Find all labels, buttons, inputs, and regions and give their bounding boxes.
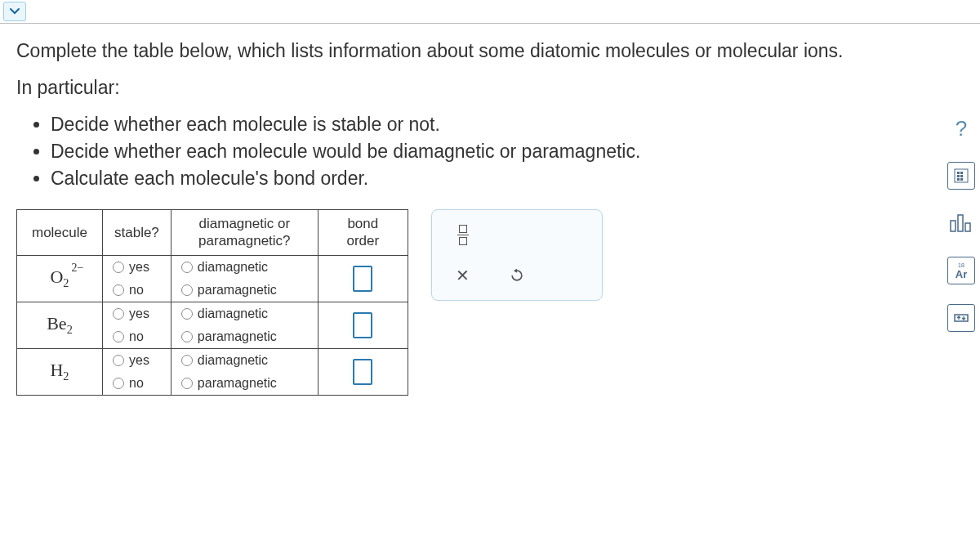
radio-icon <box>181 284 193 296</box>
radio-label: diamagnetic <box>198 307 268 321</box>
col-bond-order: bond order <box>318 210 408 256</box>
radio-stable-no[interactable]: no <box>103 325 171 348</box>
bond-order-input[interactable] <box>353 266 372 292</box>
radio-label: paramagnetic <box>198 376 277 391</box>
bond-order-cell <box>318 348 408 395</box>
radio-label: paramagnetic <box>198 283 277 298</box>
radio-icon <box>181 308 193 320</box>
radio-stable-yes[interactable]: yes <box>103 302 171 325</box>
svg-rect-4 <box>960 175 963 177</box>
svg-rect-5 <box>957 178 960 181</box>
grid-icon <box>954 168 969 183</box>
radio-stable-no[interactable]: no <box>103 372 171 395</box>
svg-rect-9 <box>965 223 970 231</box>
bar-chart-icon <box>950 214 973 232</box>
bond-order-input[interactable] <box>353 359 372 385</box>
col-stable: stable? <box>103 210 172 256</box>
fraction-icon <box>457 225 469 245</box>
table-row: H2 yes no diamagnetic paramagnetic <box>17 348 408 395</box>
prompt-line-2: In particular: <box>16 75 882 101</box>
orbital-icon <box>953 310 969 326</box>
radio-paramagnetic[interactable]: paramagnetic <box>172 325 318 348</box>
radio-paramagnetic[interactable]: paramagnetic <box>172 279 318 302</box>
clear-tool[interactable]: ✕ <box>440 259 486 292</box>
fraction-tool[interactable] <box>440 218 486 251</box>
radio-label: no <box>129 283 144 298</box>
element-symbol: Ar <box>956 269 967 280</box>
radio-icon <box>181 331 193 342</box>
radio-diamagnetic[interactable]: diamagnetic <box>172 349 318 372</box>
col-molecule: molecule <box>17 210 103 256</box>
molecule-formula: O22− <box>17 255 103 302</box>
molecule-formula: Be2 <box>17 302 103 348</box>
stable-cell: yes no <box>103 348 172 395</box>
question-text: Complete the table below, which lists in… <box>0 24 898 191</box>
question-mark-icon: ? <box>956 116 967 141</box>
right-sidebar: ? 18 Ar <box>947 114 975 332</box>
element-number: 18 <box>958 262 964 268</box>
radio-label: no <box>129 329 144 344</box>
radio-stable-yes[interactable]: yes <box>103 349 171 372</box>
svg-rect-10 <box>955 315 968 321</box>
stable-cell: yes no <box>103 302 172 348</box>
col-magnetism: diamagnetic or paramagnetic? <box>171 210 318 256</box>
radio-icon <box>113 284 124 296</box>
radio-icon <box>113 355 124 366</box>
svg-rect-2 <box>960 172 963 174</box>
radio-label: diamagnetic <box>198 260 268 275</box>
magnetism-cell: diamagnetic paramagnetic <box>171 255 318 302</box>
reset-tool[interactable] <box>494 259 540 292</box>
collapse-button[interactable] <box>3 2 26 21</box>
radio-label: yes <box>129 353 149 368</box>
magnetism-cell: diamagnetic paramagnetic <box>171 348 318 395</box>
prompt-line-1: Complete the table below, which lists in… <box>16 38 882 64</box>
radio-label: no <box>129 376 144 391</box>
radio-label: yes <box>129 307 149 321</box>
instruction-item: Decide whether each molecule is stable o… <box>51 112 882 137</box>
bond-order-cell <box>318 302 408 348</box>
bond-order-input[interactable] <box>353 312 372 338</box>
radio-stable-no[interactable]: no <box>103 279 171 302</box>
radio-stable-yes[interactable]: yes <box>103 256 171 279</box>
table-row: O22− yes no diamagnetic paramagnetic <box>17 255 408 302</box>
radio-icon <box>113 262 124 273</box>
radio-diamagnetic[interactable]: diamagnetic <box>172 256 318 279</box>
radio-paramagnetic[interactable]: paramagnetic <box>172 372 318 395</box>
svg-rect-7 <box>951 221 956 231</box>
magnetism-cell: diamagnetic paramagnetic <box>171 302 318 348</box>
workspace: molecule stable? diamagnetic or paramagn… <box>0 209 980 396</box>
radio-icon <box>113 331 124 342</box>
radio-icon <box>181 355 193 366</box>
molecule-table: molecule stable? diamagnetic or paramagn… <box>16 209 408 396</box>
bond-order-cell <box>318 255 408 302</box>
radio-label: diamagnetic <box>198 353 268 368</box>
radio-diamagnetic[interactable]: diamagnetic <box>172 302 318 325</box>
svg-rect-1 <box>957 172 960 174</box>
svg-rect-6 <box>960 178 963 181</box>
radio-icon <box>181 262 193 273</box>
input-toolbox: ✕ <box>431 209 603 301</box>
radio-label: yes <box>129 260 149 275</box>
undo-icon <box>509 267 525 284</box>
svg-rect-8 <box>958 215 963 231</box>
grid-tool-button[interactable] <box>947 162 975 190</box>
radio-label: paramagnetic <box>198 329 277 344</box>
help-button[interactable]: ? <box>947 114 975 142</box>
radio-icon <box>113 308 124 320</box>
stable-cell: yes no <box>103 255 172 302</box>
svg-rect-3 <box>957 175 960 177</box>
instruction-item: Calculate each molecule's bond order. <box>51 166 882 191</box>
instruction-item: Decide whether each molecule would be di… <box>51 139 882 164</box>
table-row: Be2 yes no diamagnetic paramagnetic <box>17 302 408 348</box>
radio-icon <box>113 378 124 389</box>
chevron-down-icon <box>9 6 20 17</box>
molecule-formula: H2 <box>17 348 103 395</box>
electron-config-button[interactable] <box>947 304 975 332</box>
close-icon: ✕ <box>456 266 470 285</box>
radio-icon <box>181 378 193 389</box>
question-header-bar <box>0 0 980 23</box>
periodic-table-button[interactable]: 18 Ar <box>947 257 975 284</box>
instruction-list: Decide whether each molecule is stable o… <box>16 112 882 191</box>
bar-chart-button[interactable] <box>947 209 975 237</box>
